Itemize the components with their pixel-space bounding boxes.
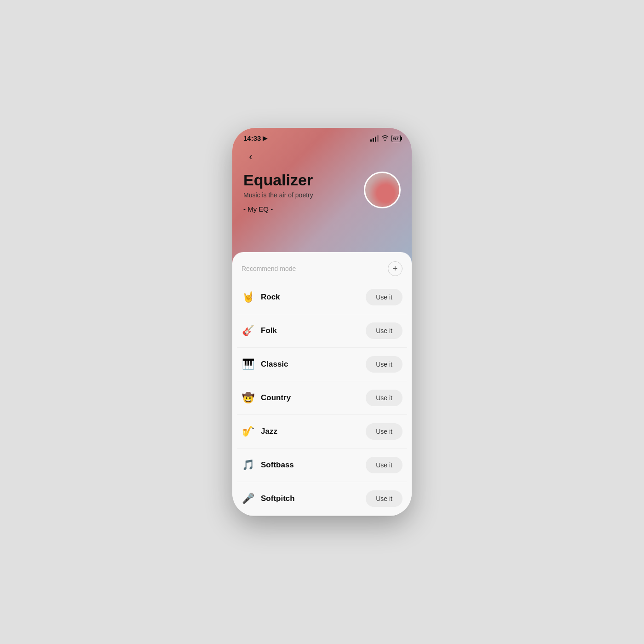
eq-item-country: 🤠CountryUse it — [237, 381, 407, 415]
eq-icon-softpitch: 🎤 — [242, 493, 254, 505]
wifi-icon — [381, 135, 389, 142]
battery-icon: 67 — [391, 135, 401, 142]
card-header: Recommend mode + — [232, 252, 412, 281]
eq-left-country: 🤠Country — [242, 392, 291, 404]
eq-left-softbass: 🎵Softbass — [242, 459, 294, 471]
use-btn-softpitch[interactable]: Use it — [366, 490, 402, 507]
location-icon: ▶ — [263, 135, 267, 142]
eq-name-softpitch: Softpitch — [261, 494, 295, 503]
use-btn-softbass[interactable]: Use it — [366, 457, 402, 473]
status-bar: 14:33 ▶ 67 — [232, 128, 412, 146]
phone-frame: 14:33 ▶ 67 ‹ — [232, 128, 412, 516]
eq-name-softbass: Softbass — [261, 460, 294, 470]
nav-bar: ‹ — [232, 146, 412, 168]
add-icon: + — [393, 264, 398, 274]
eq-icon-softbass: 🎵 — [242, 459, 254, 471]
use-btn-country[interactable]: Use it — [366, 390, 402, 406]
page-title: Equalizer — [243, 172, 313, 189]
eq-item-rock: 🤘RockUse it — [237, 281, 407, 314]
eq-item-softbass: 🎵SoftbassUse it — [237, 448, 407, 482]
eq-left-folk: 🎸Folk — [242, 325, 277, 337]
eq-left-rock: 🤘Rock — [242, 291, 280, 303]
back-button[interactable]: ‹ — [243, 150, 258, 164]
status-time: 14:33 ▶ — [243, 134, 267, 142]
eq-icon-folk: 🎸 — [242, 325, 254, 337]
battery-level: 67 — [393, 136, 399, 141]
recommend-label: Recommend mode — [242, 265, 296, 272]
header-text: Equalizer Music is the air of poetry - M… — [243, 172, 313, 213]
eq-name-rock: Rock — [261, 293, 280, 302]
eq-icon-country: 🤠 — [242, 392, 254, 404]
subtitle: Music is the air of poetry — [243, 191, 313, 199]
back-icon: ‹ — [249, 151, 252, 163]
eq-item-myeq: ✏️My EQUsing — [237, 516, 407, 516]
eq-item-softpitch: 🎤SoftpitchUse it — [237, 482, 407, 516]
eq-mode-list: 🤘RockUse it🎸FolkUse it🎹ClassicUse it🤠Cou… — [232, 281, 412, 516]
time-display: 14:33 — [243, 134, 261, 142]
eq-name-classic: Classic — [261, 360, 288, 369]
signal-icon — [370, 135, 379, 142]
eq-left-softpitch: 🎤Softpitch — [242, 493, 295, 505]
content-card: Recommend mode + 🤘RockUse it🎸FolkUse it🎹… — [232, 252, 412, 516]
my-eq-label: - My EQ - — [243, 205, 313, 213]
use-btn-rock[interactable]: Use it — [366, 289, 402, 305]
add-mode-button[interactable]: + — [388, 261, 402, 276]
eq-icon-classic: 🎹 — [242, 358, 254, 370]
eq-item-classic: 🎹ClassicUse it — [237, 348, 407, 381]
use-btn-classic[interactable]: Use it — [366, 356, 402, 373]
eq-left-jazz: 🎷Jazz — [242, 426, 277, 437]
avatar — [364, 172, 401, 208]
use-btn-folk[interactable]: Use it — [366, 322, 402, 339]
eq-left-classic: 🎹Classic — [242, 358, 288, 370]
eq-name-folk: Folk — [261, 326, 277, 335]
use-btn-jazz[interactable]: Use it — [366, 423, 402, 440]
eq-name-jazz: Jazz — [261, 427, 277, 436]
status-icons: 67 — [370, 135, 401, 142]
eq-icon-rock: 🤘 — [242, 291, 254, 303]
header-content: Equalizer Music is the air of poetry - M… — [232, 168, 412, 222]
eq-icon-jazz: 🎷 — [242, 426, 254, 437]
eq-item-folk: 🎸FolkUse it — [237, 314, 407, 348]
eq-name-country: Country — [261, 393, 291, 402]
eq-item-jazz: 🎷JazzUse it — [237, 415, 407, 448]
